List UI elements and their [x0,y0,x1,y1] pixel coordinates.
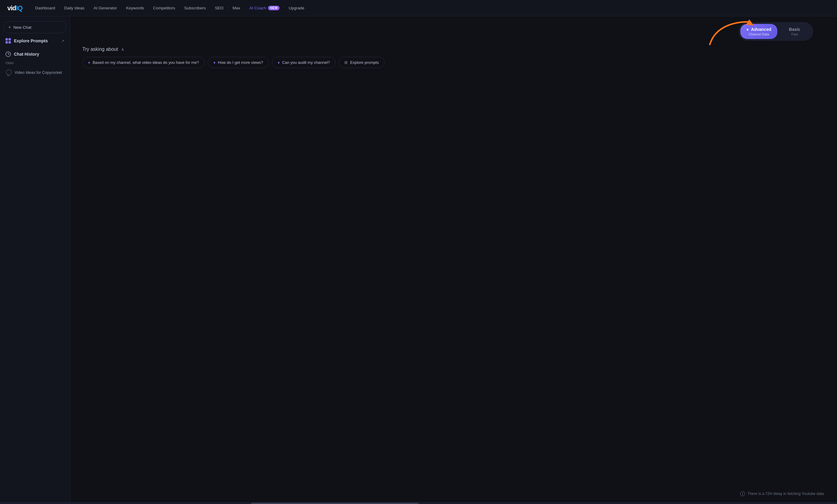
prompt-chip-label-1: Based on my channel, what video ideas do… [93,60,199,65]
nav-item-keywords[interactable]: Keywords [122,4,148,12]
nav-item-ai-coach[interactable]: AI Coach NEW [245,4,284,12]
nav-item-subscribers[interactable]: Subscribers [180,4,210,12]
basic-mode-sublabel: Fast [791,32,798,36]
diamond-icon: ♦ [746,27,749,32]
clock-icon [5,52,11,57]
chip-grid-icon: ⊞ [344,60,348,65]
plus-icon: + [8,24,11,30]
content-area: ♦ Advanced Channel Data Basic Fast Try a… [70,16,837,502]
ai-coach-badge: NEW [268,6,280,10]
prompt-chips: ♦ Based on my channel, what video ideas … [82,57,825,68]
external-link-icon: ↗ [61,39,65,43]
chat-content: Try asking about ∧ ♦ Based on my channel… [70,16,837,502]
chip-diamond-icon-1: ♦ [88,60,90,65]
logo-iq: IQ [16,4,22,12]
chevron-up-icon[interactable]: ∧ [121,47,124,52]
nav-item-daily-ideas[interactable]: Daily Ideas [60,4,89,12]
new-chat-button[interactable]: + New Chat [4,21,66,33]
chat-history-label: Chat History [14,52,39,57]
grid-icon [5,38,11,43]
advanced-mode-label: Advanced [751,27,771,32]
nav-item-seo[interactable]: SEO [211,4,228,12]
explore-prompts-label: Explore Prompts [14,38,48,43]
ai-coach-label: AI Coach [250,6,266,10]
advanced-mode-sublabel: Channel Data [749,32,769,36]
older-label: Older [4,60,66,66]
chip-diamond-icon-2: ♦ [213,60,216,65]
chat-history-section: Chat History Older Video Ideas for Copyr… [4,50,66,77]
basic-mode-label: Basic [789,27,800,32]
new-chat-label: New Chat [13,25,31,30]
top-navigation: vidIQ Dashboard Daily Ideas AI Generator… [0,0,837,16]
explore-prompts-left: Explore Prompts [5,38,48,43]
chat-bubble-icon [6,70,12,75]
info-icon: i [740,491,745,496]
try-asking-label: Try asking about [82,46,118,52]
nav-item-upgrade[interactable]: Upgrade [284,4,308,12]
main-layout: + New Chat Explore Prompts ↗ Chat Histor… [0,16,837,502]
prompt-chip-label-4: Explore prompts [350,60,379,65]
explore-prompts-row[interactable]: Explore Prompts ↗ [4,36,66,46]
prompt-chip-label-3: Can you audit my channel? [282,60,330,65]
advanced-mode-button[interactable]: ♦ Advanced Channel Data [741,24,777,39]
nav-item-max[interactable]: Max [228,4,245,12]
mode-selector-wrapper: ♦ Advanced Channel Data Basic Fast [739,22,813,40]
status-text: There is a 72H delay in fetching Youtube… [747,491,825,496]
logo[interactable]: vidIQ [7,5,22,12]
try-asking-section: Try asking about ∧ ♦ Based on my channel… [82,46,825,68]
prompt-chip-audit-channel[interactable]: ♦ Can you audit my channel? [272,57,336,68]
sidebar: + New Chat Explore Prompts ↗ Chat Histor… [0,16,70,502]
bottom-scrollbar[interactable] [0,502,837,504]
nav-item-dashboard[interactable]: Dashboard [31,4,59,12]
prompt-chip-explore-prompts[interactable]: ⊞ Explore prompts [339,57,385,68]
chip-diamond-icon-3: ♦ [278,60,280,65]
advanced-mode-inner: ♦ Advanced [746,27,771,32]
prompt-chip-label-2: How do I get more views? [218,60,264,65]
chat-history-header: Chat History [4,50,66,59]
history-item-label: Video Ideas for Copyrocket [15,70,62,75]
prompt-chip-more-views[interactable]: ♦ How do I get more views? [208,57,269,68]
nav-item-competitors[interactable]: Competitors [149,4,179,12]
mode-selector: ♦ Advanced Channel Data Basic Fast [739,22,813,40]
nav-item-ai-generator[interactable]: AI Generator [89,4,121,12]
basic-mode-button[interactable]: Basic Fast [778,24,811,39]
try-asking-header: Try asking about ∧ [82,46,825,52]
logo-vid: vid [7,4,16,12]
chat-history-item[interactable]: Video Ideas for Copyrocket [4,67,66,77]
nav-items: Dashboard Daily Ideas AI Generator Keywo… [31,4,830,12]
prompt-chip-video-ideas[interactable]: ♦ Based on my channel, what video ideas … [82,57,205,68]
bottom-status: i There is a 72H delay in fetching Youtu… [740,491,825,496]
